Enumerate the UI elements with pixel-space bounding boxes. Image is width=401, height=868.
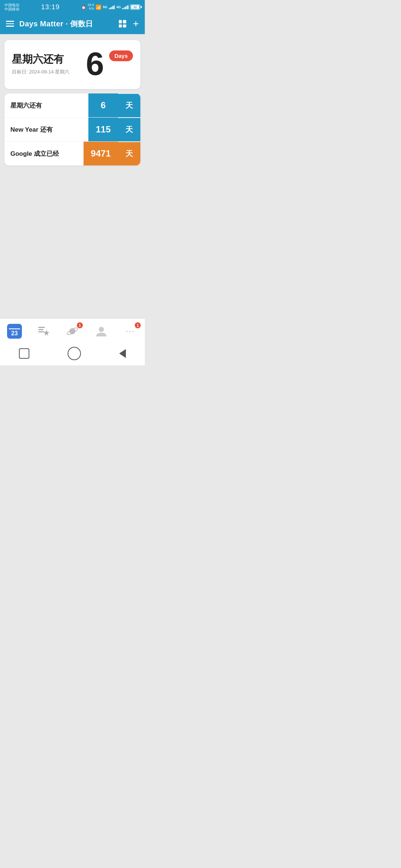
- event-label-2: New Year 还有: [4, 119, 88, 141]
- signal-bars-1: [109, 5, 115, 9]
- 4g-signal: 4G: [116, 5, 121, 9]
- svg-rect-0: [38, 327, 45, 328]
- event-unit-3: 天: [118, 142, 140, 165]
- toolbar: Days Matter · 倒数日 +: [0, 13, 145, 34]
- event-count-1: 6: [88, 93, 118, 117]
- battery-indicator: 52: [130, 4, 140, 10]
- status-bar: 中国电信 中国移动 13:19 ⏰ 18.9K/s 📶 5G 4G 52: [0, 0, 145, 13]
- nav-item-calendar[interactable]: ▬▬▬ 23: [4, 322, 25, 340]
- toolbar-actions: +: [119, 19, 139, 29]
- nav-item-more[interactable]: ··· 1: [120, 322, 141, 340]
- grid-view-button[interactable]: [119, 20, 126, 27]
- event-count-2: 115: [88, 118, 118, 141]
- events-list: 星期六还有 6 天 New Year 还有 115 天 Google 成立已经 …: [4, 93, 140, 165]
- 5g-signal: 5G: [103, 5, 107, 9]
- svg-marker-3: [43, 330, 49, 336]
- battery-level: 52: [131, 5, 139, 9]
- hero-title: 星期六还有: [12, 52, 69, 66]
- svg-point-6: [99, 327, 104, 332]
- hero-count-area: 6 Days: [86, 47, 133, 80]
- svg-rect-2: [38, 331, 44, 332]
- signal-bars-2: [122, 5, 128, 9]
- event-count-3: 9471: [84, 142, 118, 165]
- more-badge: 1: [135, 322, 141, 328]
- carrier1-label: 中国电信: [4, 3, 19, 7]
- home-button[interactable]: [68, 347, 81, 360]
- add-event-button[interactable]: +: [133, 19, 139, 29]
- discover-badge: 1: [77, 322, 83, 328]
- star-icon: [36, 324, 51, 339]
- back-button[interactable]: [119, 349, 126, 358]
- event-label-3: Google 成立已经: [4, 143, 84, 165]
- nav-item-favorites[interactable]: [33, 322, 54, 340]
- hero-card[interactable]: 星期六还有 目标日: 2024-09-14 星期六 6 Days: [4, 40, 140, 89]
- menu-button[interactable]: [6, 21, 15, 27]
- event-unit-2: 天: [118, 118, 140, 141]
- event-label-1: 星期六还有: [4, 95, 88, 116]
- gesture-navigation-bar: [0, 343, 145, 365]
- nav-item-discover[interactable]: 1: [62, 322, 83, 340]
- list-item[interactable]: 星期六还有 6 天: [4, 93, 140, 118]
- nav-item-profile[interactable]: [91, 322, 112, 340]
- status-icons: ⏰ 18.9K/s 📶 5G 4G 52: [81, 3, 140, 11]
- calendar-icon: ▬▬▬ 23: [7, 324, 22, 339]
- recents-button[interactable]: [19, 348, 29, 359]
- hero-subtitle: 目标日: 2024-09-14 星期六: [12, 69, 69, 75]
- speed-display: 18.9K/s: [87, 3, 94, 11]
- alarm-icon: ⏰: [81, 5, 86, 9]
- time-display: 13:19: [41, 3, 60, 11]
- list-item[interactable]: Google 成立已经 9471 天: [4, 142, 140, 165]
- svg-rect-1: [38, 329, 43, 330]
- app-title: Days Matter · 倒数日: [19, 19, 114, 29]
- hero-info: 星期六还有 目标日: 2024-09-14 星期六: [12, 52, 69, 75]
- wifi-icon: 📶: [95, 4, 101, 10]
- event-unit-1: 天: [118, 94, 140, 117]
- bottom-navigation: ▬▬▬ 23 1: [0, 318, 145, 343]
- person-icon: [94, 324, 109, 339]
- days-badge: Days: [109, 50, 133, 61]
- carrier-info: 中国电信 中国移动: [4, 3, 19, 11]
- empty-content-area: [0, 170, 145, 318]
- list-item[interactable]: New Year 还有 115 天: [4, 118, 140, 142]
- hero-number: 6: [86, 47, 104, 80]
- carrier2-label: 中国移动: [4, 7, 19, 11]
